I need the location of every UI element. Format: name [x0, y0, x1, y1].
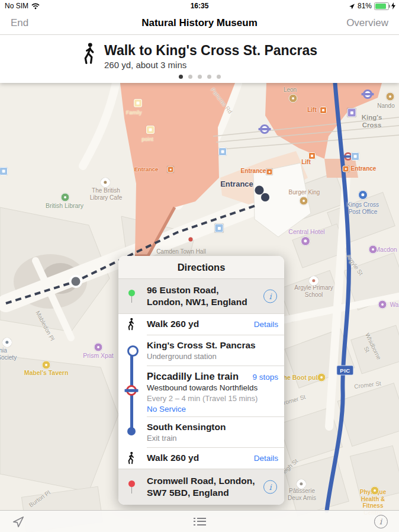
page-dot[interactable]: [188, 75, 192, 79]
page-dot[interactable]: [207, 75, 211, 79]
alight-station-name: South Kensington: [147, 422, 278, 432]
destination-info-button[interactable]: i: [263, 480, 277, 494]
overview-button[interactable]: Overview: [346, 12, 388, 34]
destination-address-line1: Cromwell Road, London,: [147, 475, 278, 487]
origin-address-line1: 96 Euston Road,: [147, 284, 278, 296]
board-station-marker: [127, 345, 139, 357]
status-bar: No SIM 16:35 81%: [0, 0, 399, 12]
directions-panel: Directions 96 Euston Road, London, NW1, …: [118, 256, 284, 505]
train-service-status[interactable]: No Service: [147, 405, 278, 414]
current-location-marker: [69, 275, 82, 288]
train-direction: Westbound towards Northfields: [147, 383, 278, 392]
walk-icon: [82, 43, 97, 64]
train-frequency: Every 2 – 4 min (Travel 15 mins): [147, 394, 278, 403]
page-dot[interactable]: [217, 75, 221, 79]
origin-info-button[interactable]: i: [263, 290, 277, 303]
battery-icon: [374, 2, 389, 10]
alight-instruction: Exit train: [147, 434, 278, 443]
alight-station-row[interactable]: South Kensington Exit train: [118, 416, 284, 447]
step-banner[interactable]: Walk to King's Cross St. Pancras 260 yd,…: [0, 35, 399, 83]
page-dot[interactable]: [198, 75, 202, 79]
board-station-row[interactable]: King's Cross St. Pancras Underground sta…: [118, 335, 284, 366]
page-dots[interactable]: [0, 75, 399, 79]
navigation-bar: End Natural History Museum Overview: [0, 12, 399, 35]
route-steps-button[interactable]: [0, 511, 399, 532]
battery-percent-label: 81%: [358, 2, 372, 10]
train-step-row[interactable]: Piccadilly Line train 9 stops Westbound …: [118, 366, 284, 416]
walk-step-row[interactable]: Walk 260 yd Details: [118, 447, 284, 469]
clock: 16:35: [0, 2, 399, 10]
board-station-name: King's Cross St. Pancras: [147, 340, 278, 351]
walk-icon: [127, 318, 136, 331]
train-line-name: Piccadilly Line train: [147, 371, 252, 382]
info-icon: i: [374, 515, 388, 528]
directions-panel-title: Directions: [118, 256, 284, 279]
destination-address-line2: SW7 5BD, England: [147, 487, 278, 499]
bottom-toolbar: i: [0, 510, 399, 532]
destination-title: Natural History Museum: [0, 12, 399, 34]
alight-station-marker: [127, 427, 136, 435]
charging-bolt-icon: [391, 2, 395, 9]
walk-details-link[interactable]: Details: [254, 320, 278, 329]
walk-step-label: Walk 260 yd: [147, 319, 254, 329]
walk-details-link[interactable]: Details: [254, 454, 278, 463]
origin-address-line2: London, NW1, England: [147, 296, 278, 308]
origin-row[interactable]: 96 Euston Road, London, NW1, England i: [118, 279, 284, 313]
walk-step-row[interactable]: Walk 260 yd Details: [118, 313, 284, 335]
location-services-icon: [349, 3, 355, 9]
destination-pin-icon: [128, 480, 135, 493]
step-subtitle: 260 yd, about 3 mins: [104, 60, 317, 70]
page-dot[interactable]: [179, 75, 183, 79]
step-title: Walk to King's Cross St. Pancras: [104, 43, 317, 58]
underground-roundel-icon: [126, 385, 137, 396]
info-button[interactable]: i: [372, 511, 390, 532]
origin-pin-icon: [128, 290, 135, 303]
destination-row[interactable]: Cromwell Road, London, SW7 5BD, England …: [118, 469, 284, 505]
list-icon: [194, 518, 206, 525]
train-stops-link[interactable]: 9 stops: [252, 373, 278, 382]
board-station-type: Underground station: [147, 352, 278, 361]
walk-icon: [127, 452, 136, 464]
walk-step-label: Walk 260 yd: [147, 453, 254, 463]
